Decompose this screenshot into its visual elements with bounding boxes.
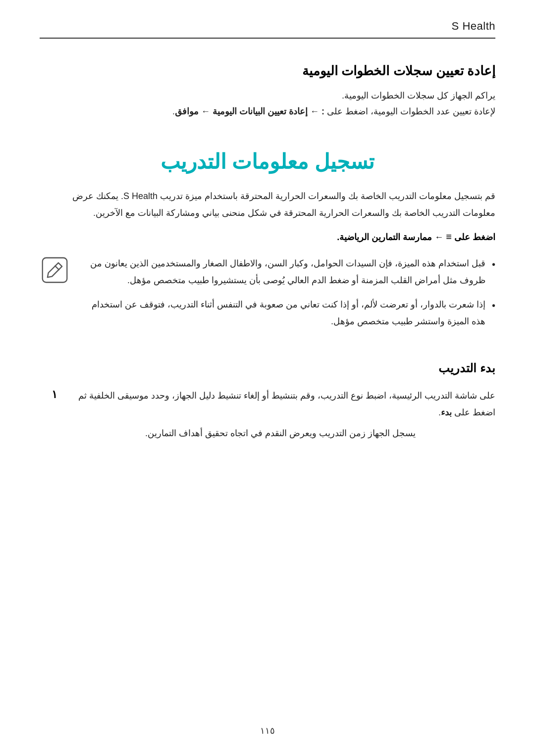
item-1-text: على شاشة التدريب الرئيسية، اضبط نوع التد… — [65, 387, 495, 421]
warning-icon-container — [40, 255, 69, 285]
warning-content: قبل استخدام هذه الميزة، فإن السيدات الحو… — [79, 255, 495, 337]
warning-box: قبل استخدام هذه الميزة، فإن السيدات الحو… — [40, 255, 495, 337]
item-number-1: ١ — [40, 387, 57, 401]
bullet-list: قبل استخدام هذه الميزة، فإن السيدات الحو… — [79, 255, 495, 330]
reset-line2: لإعادة تعيين عدد الخطوات اليومية، اضغط ع… — [40, 103, 495, 119]
numbered-item-1: على شاشة التدريب الرئيسية، اضبط نوع التد… — [40, 387, 495, 442]
section-reset: إعادة تعيين سجلات الخطوات اليومية يراكم … — [40, 63, 495, 120]
header-bar: S Health — [40, 20, 495, 39]
header-title: S Health — [452, 20, 495, 33]
svg-rect-0 — [42, 257, 67, 282]
section-register: تسجيل معلومات التدريب قم بتسجيل معلومات … — [40, 150, 495, 337]
reset-heading: إعادة تعيين سجلات الخطوات اليومية — [40, 63, 495, 79]
svg-line-1 — [54, 265, 59, 270]
page-container: S Health إعادة تعيين سجلات الخطوات اليوم… — [0, 0, 535, 756]
start-heading: بدء التدريب — [40, 361, 495, 375]
section-start: بدء التدريب على شاشة التدريب الرئيسية، ا… — [40, 361, 495, 442]
reset-line1: يراكم الجهاز كل سجلات الخطوات اليومية. — [40, 88, 495, 103]
page-number: ١١٥ — [260, 725, 275, 736]
register-heading: تسجيل معلومات التدريب — [40, 150, 495, 174]
item-1-subtext: يسجل الجهاز زمن التدريب ويعرض النقدم في … — [65, 425, 495, 442]
tap-instruction: اضغط على ≡ ← ممارسة التمارين الرياضية. — [40, 231, 495, 243]
bullet-item-1: قبل استخدام هذه الميزة، فإن السيدات الحو… — [79, 255, 495, 289]
bullet-item-2: إذا شعرت بالدوار، أو تعرضت لألم، أو إذا … — [79, 296, 495, 330]
register-intro: قم بتسجيل معلومات التدريب الخاصة بك والس… — [40, 188, 495, 221]
item-1-content: على شاشة التدريب الرئيسية، اضبط نوع التد… — [65, 387, 495, 442]
pencil-warning-icon — [41, 256, 68, 284]
